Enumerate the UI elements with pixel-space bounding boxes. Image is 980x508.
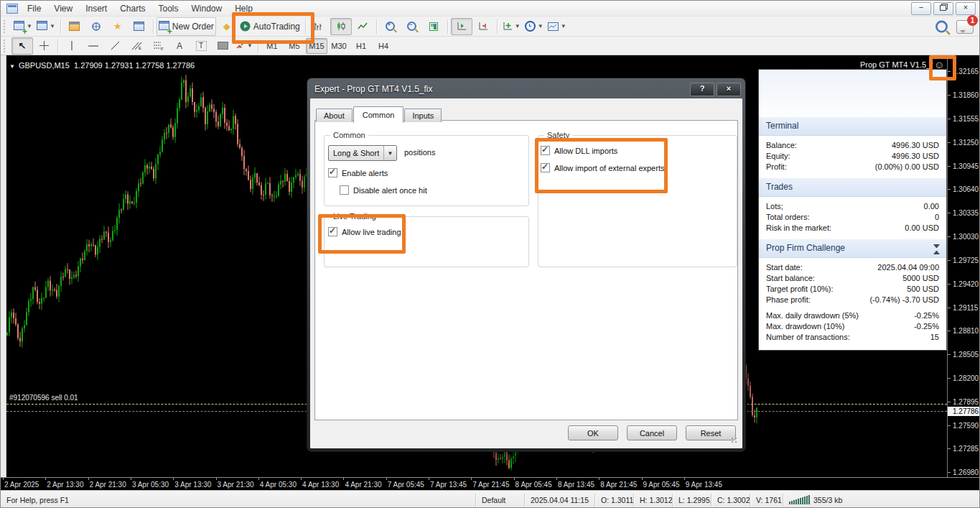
dialog-close-button[interactable]: × [717, 83, 741, 96]
autotrading-button[interactable]: AutoTrading [238, 17, 302, 36]
metaeditor-button[interactable]: ◆ [216, 18, 238, 35]
zoom-in-button[interactable]: + [380, 18, 401, 35]
panel-row-label: Lots; [766, 202, 783, 211]
dialog-title-bar[interactable]: Expert - Prop GT MT4 V1.5_fix ? × [307, 78, 745, 98]
dialog-help-button[interactable]: ? [690, 83, 714, 96]
disable-alert-once-hit-checkbox[interactable]: Disable alert once hit [340, 185, 427, 195]
tab-about[interactable]: About [316, 108, 353, 122]
candlestick-chart-button[interactable] [330, 18, 352, 35]
bar-chart-button[interactable] [309, 18, 330, 35]
indicators-button[interactable]: ▼ [500, 18, 523, 35]
price-tick: 1.31555 [948, 115, 980, 124]
allow-dll-imports-checkbox[interactable]: Allow DLL imports [541, 146, 617, 155]
enable-alerts-label: Enable alerts [342, 169, 388, 177]
checkbox-icon[interactable] [340, 185, 349, 195]
panel-row-value: (0.00%) 0.00 USD [875, 162, 939, 171]
menu-charts[interactable]: Charts [113, 1, 151, 16]
one-click-trading-icon[interactable]: ▼ [9, 63, 15, 70]
menu-tools[interactable]: Tools [152, 1, 185, 16]
zoom-out-button[interactable]: − [401, 18, 423, 35]
time-label: 8 Apr 13:45 [558, 481, 594, 489]
rectangle-icon [218, 42, 228, 50]
line-chart-button[interactable] [352, 18, 373, 35]
channel-tool-button[interactable]: E [126, 37, 147, 55]
menu-bar: FileViewInsertChartsToolsWindowHelp − × [1, 1, 979, 17]
text-label-icon: T [196, 41, 207, 51]
terminal-button[interactable] [129, 18, 150, 35]
auto-scroll-button[interactable] [451, 18, 472, 35]
ok-button[interactable]: OK [568, 425, 618, 440]
checkbox-icon[interactable] [328, 168, 337, 177]
time-label: 4 Apr 21:30 [345, 481, 381, 489]
allow-dll-imports-label: Allow DLL imports [554, 147, 617, 155]
chart-symbol-title: ▼GBPUSD,M15 1.27909 1.27931 1.27758 1.27… [9, 61, 195, 70]
allow-external-experts-checkbox[interactable]: Allow import of external experts [541, 163, 664, 172]
dialog-tabs: About Common Inputs [316, 106, 442, 122]
tab-inputs[interactable]: Inputs [404, 108, 442, 122]
time-label: 3 Apr 21:30 [218, 481, 254, 489]
templates-icon [548, 22, 559, 31]
allow-external-experts-label: Allow import of external experts [554, 164, 664, 172]
navigator-button[interactable]: ★ [107, 18, 129, 35]
allow-live-trading-checkbox[interactable]: Allow live trading [328, 227, 401, 236]
new-order-button[interactable]: + New Order [157, 17, 216, 36]
fibonacci-tool-button[interactable]: F [147, 37, 169, 55]
price-tick: 1.28810 [948, 327, 980, 336]
connection-bars-icon [789, 495, 810, 504]
text-tool-button[interactable]: A [169, 37, 190, 55]
new-chart-button[interactable]: +▼ [11, 18, 34, 35]
chart-shift-button[interactable] [472, 18, 494, 35]
live-trading-group-title: Live Trading [330, 212, 379, 221]
price-tick: 1.27895 [948, 398, 980, 407]
trendline-tool-button[interactable] [104, 37, 126, 55]
timeframe-h4[interactable]: H4 [373, 38, 394, 54]
menu-view[interactable]: View [47, 1, 79, 16]
timeframe-m1[interactable]: M1 [261, 38, 283, 54]
window-restore-button[interactable] [933, 2, 953, 15]
periods-button[interactable]: ▼ [523, 18, 546, 35]
tile-windows-button[interactable] [423, 18, 444, 35]
toolbar-grip[interactable] [4, 20, 8, 33]
dialog-button-row: OK Cancel Reset [568, 425, 736, 440]
search-button[interactable] [935, 19, 948, 36]
crosshair-tool-button[interactable] [33, 37, 55, 55]
timeframe-m30[interactable]: M30 [328, 38, 350, 54]
reset-button[interactable]: Reset [686, 425, 736, 440]
menu-insert[interactable]: Insert [79, 1, 113, 16]
shapes-tool-button[interactable] [212, 37, 233, 55]
panel-row-label: Start balance: [766, 274, 815, 282]
window-minimize-button[interactable]: − [911, 2, 931, 15]
time-axis[interactable]: 2 Apr 20252 Apr 13:302 Apr 21:303 Apr 05… [1, 477, 980, 490]
checkbox-icon[interactable] [328, 227, 337, 236]
menu-file[interactable]: File [21, 1, 47, 16]
timeframe-h1[interactable]: H1 [350, 38, 372, 54]
timeframe-m15[interactable]: M15 [306, 38, 327, 54]
price-axis[interactable]: 1.321651.318601.315551.312501.309451.306… [947, 55, 980, 477]
positions-dropdown[interactable]: Long & Short ▼ [328, 145, 397, 161]
toolbar-grip2[interactable] [4, 40, 8, 52]
templates-button[interactable]: ▼ [546, 18, 569, 35]
enable-alerts-checkbox[interactable]: Enable alerts [328, 168, 388, 177]
checkbox-icon[interactable] [541, 163, 550, 172]
checkbox-icon[interactable] [541, 146, 550, 155]
status-cell-profile[interactable]: Default [476, 494, 525, 507]
tab-common[interactable]: Common [353, 106, 404, 123]
data-window-button[interactable] [85, 18, 107, 35]
text-label-tool-button[interactable]: T [190, 37, 212, 55]
notifications-button[interactable]: 1 [956, 20, 974, 34]
chevron-down-icon[interactable]: ▼ [383, 146, 396, 160]
cursor-tool-button[interactable]: ↖ [11, 37, 33, 55]
time-tick [3, 478, 4, 480]
menu-help[interactable]: Help [228, 1, 259, 16]
cancel-button[interactable]: Cancel [627, 425, 677, 440]
market-watch-button[interactable] [64, 18, 85, 35]
arrows-tool-button[interactable]: ▼ [233, 37, 255, 55]
vertical-line-tool-button[interactable] [61, 37, 83, 55]
profiles-button[interactable]: ▼ [34, 18, 57, 35]
timeframe-m5[interactable]: M5 [284, 38, 305, 54]
vertical-line-icon [68, 41, 75, 50]
horizontal-line-tool-button[interactable] [83, 37, 104, 55]
menu-window[interactable]: Window [185, 1, 229, 16]
resize-grip[interactable] [731, 437, 738, 444]
window-close-button[interactable]: × [956, 2, 976, 15]
